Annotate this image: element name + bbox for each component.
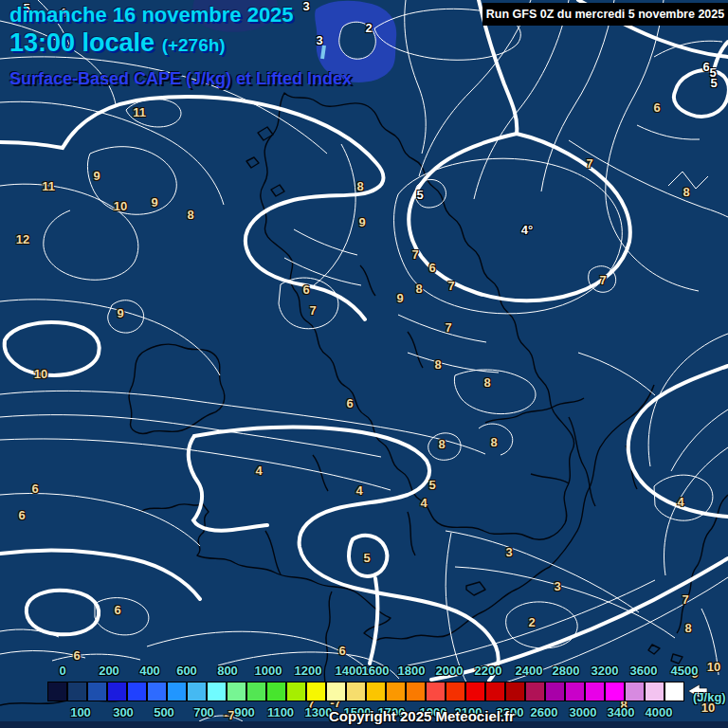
valid-time-text: 13:00 locale [9, 28, 155, 57]
map-header: dimanche 16 novembre 2025 13:00 locale (… [9, 3, 352, 89]
weather-map-page: 54323655119119108128967854°7678976797810… [0, 0, 728, 728]
scale-unit-label: (J/kg) [693, 690, 726, 704]
run-info-box: Run GFS 0Z du mercredi 5 novembre 2025 [482, 3, 728, 26]
forecast-offset: (+276h) [162, 35, 226, 55]
parameter-title: Surface-Based CAPE (J/kg) et Lifted Inde… [9, 69, 352, 89]
valid-time: 13:00 locale (+276h) [9, 28, 352, 58]
copyright-text: Copyright 2025 Meteociel.fr [329, 708, 515, 724]
valid-date: dimanche 16 novembre 2025 [9, 3, 352, 27]
map-canvas [0, 0, 728, 728]
